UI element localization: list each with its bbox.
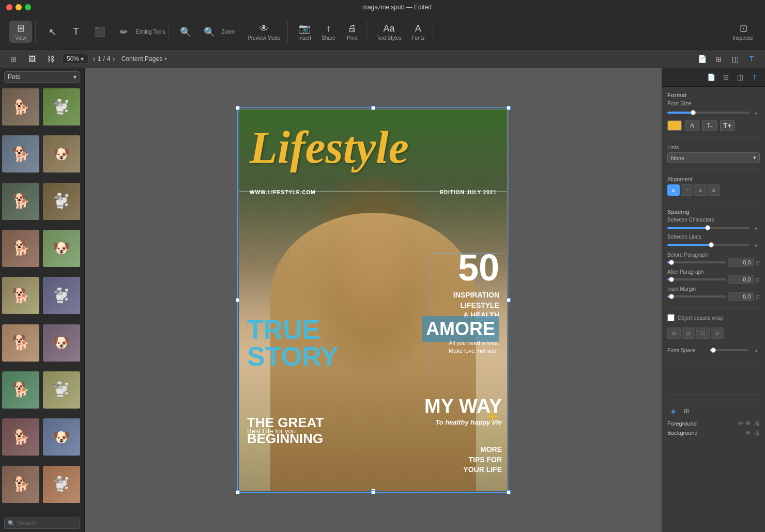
lines-end-icon[interactable]: ◂ [752, 241, 760, 249]
fonts-button[interactable]: A Fonts [407, 21, 430, 43]
before-para-thumb[interactable] [669, 260, 674, 265]
more-line2: TIPS FOR [463, 455, 502, 465]
prev-page-button[interactable]: ‹ [93, 54, 95, 64]
between-lines-slider[interactable] [667, 244, 749, 246]
inspector-button[interactable]: ⊡ Inspector [728, 21, 759, 43]
maximize-button[interactable] [25, 4, 31, 10]
layout-inspector-icon[interactable]: ◫ [734, 71, 746, 84]
preview-button[interactable]: 👁 Preview Mode [243, 21, 284, 43]
background-print-icon[interactable]: 🖨 [754, 429, 760, 436]
list-item[interactable]: 🐕 [2, 183, 39, 220]
layout-icon-button[interactable]: ⊞ [711, 52, 726, 66]
doc-icon-button[interactable]: 📄 [695, 52, 709, 66]
wrap-btn-1[interactable]: ⊠ [667, 327, 681, 339]
between-chars-thumb[interactable] [705, 225, 710, 230]
list-item[interactable]: 🐕 [2, 324, 39, 362]
grid-button[interactable]: ⊞ [681, 405, 692, 417]
content-pages-label[interactable]: Content Pages [121, 55, 162, 62]
list-item[interactable]: 🐕 [2, 418, 39, 456]
text-styles-button[interactable]: Aa Text Styles [372, 21, 405, 43]
lists-dropdown[interactable]: None ▾ [667, 152, 760, 163]
insert-button[interactable]: 📷 Insert [293, 21, 316, 43]
list-item[interactable]: 🐩 [43, 371, 80, 409]
inset-margin-input[interactable] [728, 292, 754, 301]
list-item[interactable]: 🐶 [43, 418, 80, 456]
list-item[interactable]: 🐶 [43, 135, 80, 173]
text-tool-button[interactable]: T [65, 24, 87, 39]
align-left-button[interactable]: ≡ [667, 184, 680, 196]
wrap-btn-4[interactable]: ⊞ [711, 327, 724, 339]
list-item[interactable]: 🐕 [2, 466, 39, 503]
list-item[interactable]: 🐩 [43, 277, 80, 314]
font-size-thumb[interactable] [691, 110, 696, 115]
draw-tool-button[interactable]: ✏ [112, 24, 135, 40]
category-dropdown[interactable]: Pets ▾ [4, 71, 80, 83]
large-text-button[interactable]: T+ [720, 120, 735, 131]
list-item[interactable]: 🐶 [43, 324, 80, 362]
list-item[interactable]: 🐶 [43, 230, 80, 267]
list-item[interactable]: 🐩 [43, 466, 80, 503]
search-input[interactable] [17, 520, 76, 527]
share-icon: ↑ [326, 23, 331, 34]
next-page-button[interactable]: › [112, 54, 115, 64]
before-para-input[interactable] [728, 258, 754, 267]
link-icon-button[interactable]: ⛓ [43, 52, 58, 66]
align-center-button[interactable]: ⁼ [681, 184, 693, 196]
layers-button[interactable]: ◈ [667, 405, 679, 417]
list-item[interactable]: 🐕 [2, 135, 39, 173]
extra-space-slider[interactable] [710, 349, 749, 351]
between-chars-slider[interactable] [667, 227, 749, 229]
handle-bottom-mid-inner[interactable] [371, 489, 375, 491]
extra-space-end[interactable]: ◂ [752, 346, 760, 354]
background-row: Background 👁 🖨 [667, 428, 760, 437]
align-right-button[interactable]: ≡ [694, 184, 707, 196]
magazine-wrapper[interactable]: Lifestyle WWW.LIFESTYLE.COM EDITION JULY… [239, 109, 508, 491]
text-format-icon-button[interactable]: T [744, 52, 759, 66]
inset-margin-slider[interactable] [667, 295, 726, 298]
minimize-button[interactable] [16, 4, 22, 10]
zoom-in-button[interactable]: 🔍 [198, 24, 221, 40]
between-lines-thumb[interactable] [709, 242, 714, 247]
foreground-edit-icon[interactable]: ✏ [738, 420, 743, 427]
after-para-thumb[interactable] [669, 277, 674, 282]
wrap-btn-2[interactable]: ⊟ [682, 327, 695, 339]
list-item[interactable]: 🐩 [43, 183, 80, 220]
zoom-display[interactable]: 50% ▾ [62, 54, 88, 64]
grid-inspector-icon[interactable]: ⊞ [720, 71, 732, 84]
after-para-input[interactable] [728, 275, 754, 284]
list-item[interactable]: 🐩 [43, 88, 80, 126]
background-eye-icon[interactable]: 👁 [745, 429, 752, 436]
page-icon-button[interactable]: ⊞ [6, 52, 21, 66]
foreground-print-icon[interactable]: 🖨 [754, 420, 760, 427]
before-para-slider[interactable] [667, 261, 726, 263]
secondary-toolbar: ⊞ 🖼 ⛓ 50% ▾ ‹ 1 / 4 › Content Pages ▾ 📄 … [0, 50, 765, 68]
doc-inspector-icon[interactable]: 📄 [705, 71, 717, 84]
chars-end-icon[interactable]: ◂ [752, 224, 760, 232]
font-size-end-icon[interactable]: ◂ [752, 108, 760, 117]
close-button[interactable] [6, 4, 12, 10]
list-item[interactable]: 🐕 [2, 277, 39, 314]
share-button[interactable]: ↑ Share [317, 21, 340, 43]
wrap-btn-3[interactable]: ⊡ [696, 327, 710, 339]
text-inspector-icon[interactable]: T [748, 71, 761, 84]
list-item[interactable]: 🐕 [2, 230, 39, 267]
after-para-slider[interactable] [667, 278, 726, 280]
inset-margin-thumb[interactable] [669, 294, 674, 299]
list-item[interactable]: 🐕 [2, 88, 39, 126]
style-icon-button[interactable]: ◫ [728, 52, 742, 66]
italic-button[interactable]: A [685, 120, 699, 131]
image-icon-button[interactable]: 🖼 [25, 52, 39, 66]
view-button[interactable]: ⊞ View [9, 21, 32, 43]
shape-tool-button[interactable]: ⬛ [88, 24, 111, 40]
small-text-button[interactable]: T– [702, 120, 717, 131]
align-justify-button[interactable]: ≡ [708, 184, 720, 196]
zoom-out-button[interactable]: 🔍 [174, 24, 197, 40]
color-swatch[interactable] [667, 120, 682, 131]
extra-space-thumb[interactable] [711, 348, 716, 353]
font-size-slider[interactable] [667, 112, 749, 114]
object-wrap-checkbox[interactable] [667, 314, 675, 321]
foreground-eye-icon[interactable]: 👁 [745, 420, 752, 427]
arrow-tool-button[interactable]: ↖ [41, 24, 64, 40]
list-item[interactable]: 🐕 [2, 371, 39, 409]
print-button[interactable]: 🖨 Print [341, 21, 363, 43]
